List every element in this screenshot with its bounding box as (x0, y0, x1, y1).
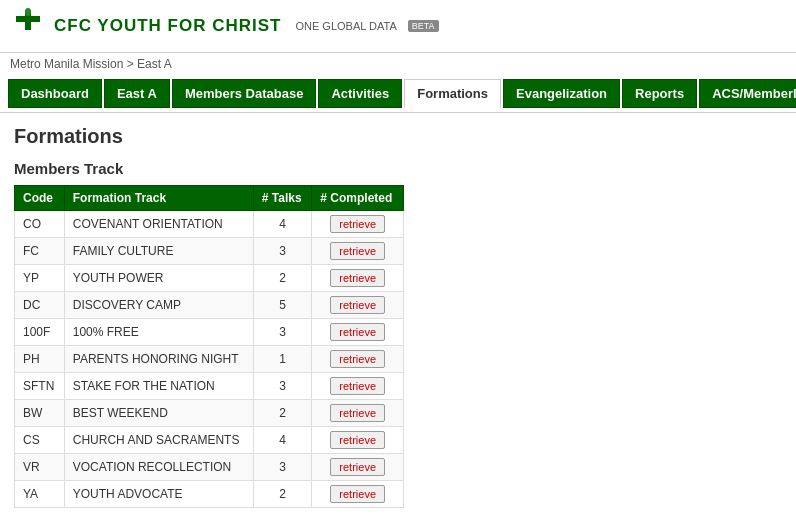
retrieve-button[interactable]: retrieve (330, 485, 385, 503)
cell-track: YOUTH ADVOCATE (64, 481, 253, 508)
cell-track: COVENANT ORIENTATION (64, 211, 253, 238)
nav-item-formations[interactable]: Formations (404, 79, 501, 108)
nav-item-activities[interactable]: Activities (318, 79, 402, 108)
logo-area: CFC YOUTH FOR CHRIST ONE GLOBAL DATA BET… (10, 8, 439, 44)
retrieve-button[interactable]: retrieve (330, 377, 385, 395)
cell-talks: 3 (253, 373, 311, 400)
cell-talks: 2 (253, 400, 311, 427)
table-body: COCOVENANT ORIENTATION4retrieveFCFAMILY … (15, 211, 404, 508)
breadcrumb: Metro Manila Mission > East A (0, 53, 796, 75)
cell-talks: 3 (253, 319, 311, 346)
cell-code: DC (15, 292, 65, 319)
retrieve-button[interactable]: retrieve (330, 242, 385, 260)
cell-code: PH (15, 346, 65, 373)
svg-rect-1 (16, 16, 40, 22)
cell-completed: retrieve (312, 211, 404, 238)
cell-talks: 2 (253, 265, 311, 292)
cell-code: CO (15, 211, 65, 238)
cell-track: STAKE FOR THE NATION (64, 373, 253, 400)
logo-name: CFC YOUTH FOR CHRIST (54, 16, 281, 36)
cell-completed: retrieve (312, 373, 404, 400)
nav-item-evangelization[interactable]: Evangelization (503, 79, 620, 108)
nav-item-dashboard[interactable]: Dashboard (8, 79, 102, 108)
nav-item-acs-memberid[interactable]: ACS/MemberID (699, 79, 796, 108)
cell-track: YOUTH POWER (64, 265, 253, 292)
cell-talks: 5 (253, 292, 311, 319)
table-row: VRVOCATION RECOLLECTION3retrieve (15, 454, 404, 481)
cell-talks: 1 (253, 346, 311, 373)
table-row: PHPARENTS HONORING NIGHT1retrieve (15, 346, 404, 373)
nav-item-reports[interactable]: Reports (622, 79, 697, 108)
retrieve-button[interactable]: retrieve (330, 296, 385, 314)
content-area: Formations Members Track CodeFormation T… (0, 113, 796, 520)
retrieve-button[interactable]: retrieve (330, 458, 385, 476)
retrieve-button[interactable]: retrieve (330, 350, 385, 368)
retrieve-button[interactable]: retrieve (330, 269, 385, 287)
cell-completed: retrieve (312, 265, 404, 292)
cell-completed: retrieve (312, 454, 404, 481)
page-title: Formations (14, 125, 782, 148)
cell-code: 100F (15, 319, 65, 346)
table-header: CodeFormation Track# Talks# Completed (15, 186, 404, 211)
col-header-code: Code (15, 186, 65, 211)
logo-sub: ONE GLOBAL DATA (295, 20, 396, 32)
nav-bar: DashboardEast AMembers DatabaseActivitie… (0, 75, 796, 113)
beta-badge: BETA (408, 20, 439, 32)
nav-item-east-a[interactable]: East A (104, 79, 170, 108)
retrieve-button[interactable]: retrieve (330, 215, 385, 233)
table-row: SFTNSTAKE FOR THE NATION3retrieve (15, 373, 404, 400)
nav-item-members-database[interactable]: Members Database (172, 79, 317, 108)
retrieve-button[interactable]: retrieve (330, 404, 385, 422)
cell-talks: 4 (253, 427, 311, 454)
col-header--talks: # Talks (253, 186, 311, 211)
cell-track: CHURCH AND SACRAMENTS (64, 427, 253, 454)
cell-code: VR (15, 454, 65, 481)
table-row: 100F100% FREE3retrieve (15, 319, 404, 346)
cell-completed: retrieve (312, 400, 404, 427)
retrieve-button[interactable]: retrieve (330, 431, 385, 449)
cell-talks: 2 (253, 481, 311, 508)
cell-code: YA (15, 481, 65, 508)
cell-completed: retrieve (312, 346, 404, 373)
cell-code: BW (15, 400, 65, 427)
cell-code: YP (15, 265, 65, 292)
table-row: DCDISCOVERY CAMP5retrieve (15, 292, 404, 319)
cell-talks: 3 (253, 238, 311, 265)
table-row: BWBEST WEEKEND2retrieve (15, 400, 404, 427)
cell-completed: retrieve (312, 238, 404, 265)
cell-track: BEST WEEKEND (64, 400, 253, 427)
table-row: YAYOUTH ADVOCATE2retrieve (15, 481, 404, 508)
cell-track: DISCOVERY CAMP (64, 292, 253, 319)
formations-table: CodeFormation Track# Talks# Completed CO… (14, 185, 404, 508)
cell-completed: retrieve (312, 319, 404, 346)
table-row: CSCHURCH AND SACRAMENTS4retrieve (15, 427, 404, 454)
cell-completed: retrieve (312, 427, 404, 454)
logo-icon (10, 8, 46, 44)
cell-track: PARENTS HONORING NIGHT (64, 346, 253, 373)
cell-track: VOCATION RECOLLECTION (64, 454, 253, 481)
svg-point-2 (25, 8, 31, 16)
col-header-formation-track: Formation Track (64, 186, 253, 211)
cell-talks: 3 (253, 454, 311, 481)
cell-track: 100% FREE (64, 319, 253, 346)
cell-track: FAMILY CULTURE (64, 238, 253, 265)
cell-completed: retrieve (312, 481, 404, 508)
cell-talks: 4 (253, 211, 311, 238)
table-row: COCOVENANT ORIENTATION4retrieve (15, 211, 404, 238)
cell-code: CS (15, 427, 65, 454)
cell-completed: retrieve (312, 292, 404, 319)
section-title: Members Track (14, 160, 782, 177)
cell-code: SFTN (15, 373, 65, 400)
col-header--completed: # Completed (312, 186, 404, 211)
header: CFC YOUTH FOR CHRIST ONE GLOBAL DATA BET… (0, 0, 796, 53)
table-row: YPYOUTH POWER2retrieve (15, 265, 404, 292)
table-row: FCFAMILY CULTURE3retrieve (15, 238, 404, 265)
cell-code: FC (15, 238, 65, 265)
retrieve-button[interactable]: retrieve (330, 323, 385, 341)
breadcrumb-text: Metro Manila Mission > East A (10, 57, 172, 71)
